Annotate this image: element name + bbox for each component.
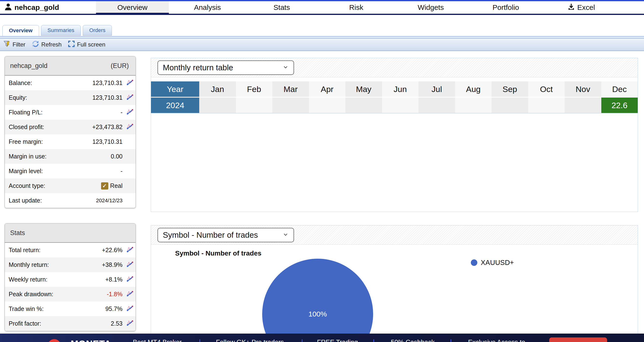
nav-tab-overview[interactable]: Overview <box>117 1 147 14</box>
symbol-view-select[interactable]: Symbol - Number of trades <box>158 228 294 242</box>
banner-item: Exclusive Access to <box>468 339 525 342</box>
chart-icon[interactable] <box>126 94 134 102</box>
month-value-cell <box>309 98 346 113</box>
broker-ad-banner[interactable]: MONETA Best MT4 BrokerFollow GK+ Pro tra… <box>0 334 644 342</box>
legend-dot <box>471 259 477 266</box>
account-row-label: Margin level: <box>9 168 43 174</box>
fx-dashboard-page: nehcap_gold OverviewAnalysisStatsRiskWid… <box>0 0 644 342</box>
chart-icon[interactable] <box>126 109 134 116</box>
chart-icon[interactable] <box>126 261 134 269</box>
stats-row-value: -1.8% <box>107 291 122 298</box>
banner-separator <box>302 339 302 342</box>
stats-row: Weekly return:+8.1% <box>5 272 136 287</box>
nav-tab-stats[interactable]: Stats <box>274 1 290 14</box>
chevron-down-icon <box>282 63 289 72</box>
account-panel-title: nehcap_gold <box>10 62 48 70</box>
banner-separator <box>450 339 451 342</box>
refresh-button[interactable]: Refresh <box>32 40 62 49</box>
symbol-trades-widget: Symbol - Number of trades Symbol - Numbe… <box>151 225 638 342</box>
account-panel-header: nehcap_gold (EUR) <box>5 56 136 76</box>
user-icon <box>4 3 12 12</box>
banner-separator <box>374 339 374 342</box>
pie-chart: 100% <box>262 259 373 342</box>
filter-button[interactable]: Filter <box>4 40 25 49</box>
stats-row-label: Total return: <box>9 247 40 254</box>
month-value-cell <box>418 98 455 113</box>
nav-tab-widgets[interactable]: Widgets <box>418 1 444 14</box>
toolbar: Filter Refresh Full screen <box>0 36 644 51</box>
stats-row-value: +38.9% <box>102 261 123 268</box>
month-value-cell <box>565 98 601 113</box>
account-row-value: 123,710.31 <box>92 79 122 86</box>
nav-tab-risk[interactable]: Risk <box>349 1 363 14</box>
legend-label: XAUUSD+ <box>481 259 514 267</box>
month-value-cell <box>236 98 272 113</box>
account-row-label: Account type: <box>9 182 45 189</box>
stats-row-value-text: +8.1% <box>105 276 122 283</box>
account-row: Free margin:123,710.31 <box>5 134 136 149</box>
account-row-value: 2024/12/23 <box>96 197 122 204</box>
stats-panel-title: Stats <box>10 229 25 237</box>
stats-row-label: Monthly return: <box>9 261 49 268</box>
subtab-summaries[interactable]: Summaries <box>41 25 81 36</box>
month-header-dec: Dec <box>601 81 638 97</box>
account-row: Floating P/L:- <box>5 105 136 120</box>
fullscreen-button[interactable]: Full screen <box>68 40 105 49</box>
account-summary-panel: nehcap_gold (EUR) Balance:123,710.31Equi… <box>4 56 136 208</box>
banner-brand: MONETA <box>71 339 111 342</box>
chart-icon-slot <box>122 305 134 313</box>
chart-icon-slot <box>122 291 134 298</box>
pie-legend: XAUUSD+ <box>471 259 514 267</box>
fullscreen-icon <box>68 40 75 49</box>
chart-icon-slot <box>122 246 134 254</box>
nav-tab-portfolio[interactable]: Portfolio <box>492 1 519 14</box>
download-icon <box>568 3 575 12</box>
month-header-nov: Nov <box>565 81 601 97</box>
stats-row-value-text: 2.53 <box>111 320 122 327</box>
stats-row: Trade win %:95.7% <box>5 302 136 316</box>
month-value-cell <box>492 98 528 113</box>
chart-icon-slot <box>122 320 134 328</box>
stats-row-value-text: -1.8% <box>107 291 122 298</box>
month-header-year: Year <box>151 81 199 97</box>
chart-icon-slot <box>122 109 134 116</box>
monthly-view-select[interactable]: Monthly return table <box>158 60 294 75</box>
account-row-value: 0.00 <box>111 153 122 160</box>
monthly-widget-header: Monthly return table <box>151 58 638 77</box>
banner-item: Best MT4 Broker <box>133 339 182 342</box>
chart-icon[interactable] <box>126 320 134 328</box>
month-value-cell: 22.6 <box>601 98 638 113</box>
view-subtabs: OverviewSummariesOrders <box>2 25 112 36</box>
chart-icon[interactable] <box>126 123 134 131</box>
chart-icon[interactable] <box>126 79 134 87</box>
account-row: Margin in use:0.00 <box>5 149 136 164</box>
excel-export-button[interactable]: Excel <box>568 1 595 14</box>
account-row: Balance:123,710.31 <box>5 76 136 90</box>
chart-icon-slot <box>122 261 134 269</box>
user-name: nehcap_gold <box>14 3 59 11</box>
account-row-value: - <box>120 109 122 116</box>
banner-cta-button[interactable] <box>549 338 607 342</box>
month-header-apr: Apr <box>309 81 346 97</box>
stats-panel-header: Stats <box>5 223 136 243</box>
month-header-feb: Feb <box>236 81 272 97</box>
chart-icon[interactable] <box>126 305 134 313</box>
chart-icon[interactable] <box>126 291 134 298</box>
chart-icon-slot <box>122 276 134 284</box>
account-row-value-text: 123,710.31 <box>92 79 122 86</box>
subtab-orders[interactable]: Orders <box>83 25 112 36</box>
stats-row-value-text: 95.7% <box>106 305 122 312</box>
account-row: Account type:✓Real <box>5 178 136 193</box>
chevron-down-icon <box>282 230 289 240</box>
month-header-sep: Sep <box>492 81 528 97</box>
subtab-overview[interactable]: Overview <box>2 25 39 36</box>
month-header-aug: Aug <box>455 81 492 97</box>
chart-icon[interactable] <box>126 246 134 254</box>
account-row-value-text: 123,710.31 <box>92 94 122 101</box>
account-row-label: Last update: <box>9 197 42 204</box>
account-menu[interactable]: nehcap_gold <box>4 1 59 14</box>
stats-row: Profit factor:2.53 <box>5 316 136 331</box>
chart-icon[interactable] <box>126 276 134 284</box>
nav-tab-analysis[interactable]: Analysis <box>194 1 221 14</box>
monthly-table-header-row: YearJanFebMarAprMayJunJulAugSepOctNovDec <box>151 81 638 97</box>
